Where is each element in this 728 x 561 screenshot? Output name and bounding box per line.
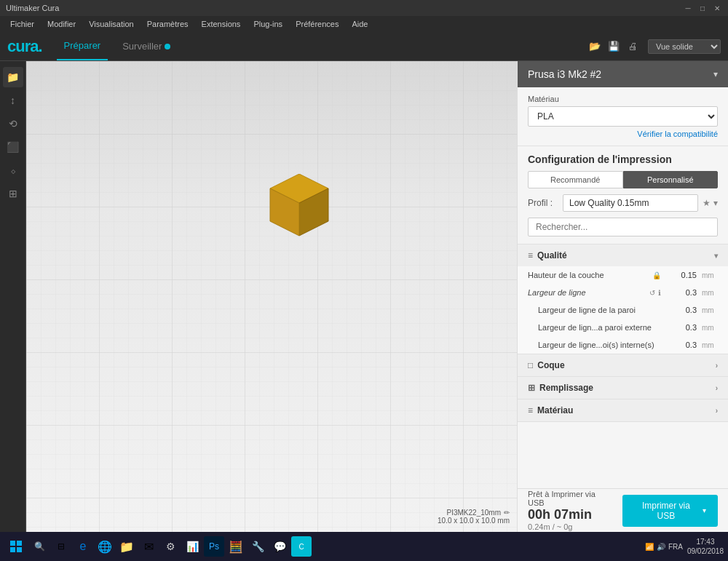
menu-modifier[interactable]: Modifier (41, 18, 82, 30)
print-panel: Prêt à Imprimer via USB 00h 07min 0.24m … (518, 488, 728, 532)
lock-icon[interactable]: 🔒 (652, 271, 661, 279)
taskbar-chrome[interactable]: 🌐 (95, 536, 115, 557)
tray-icon-sound[interactable]: 🔊 (657, 543, 665, 551)
print-ready-label: Prêt à Imprimer via USB (528, 490, 609, 507)
taskbar-app5[interactable]: C (291, 536, 312, 557)
profile-row: Profil : Low Quality 0.15mm Standard Qua… (528, 194, 718, 212)
taskbar-app2[interactable]: 📊 (182, 536, 202, 557)
tab-surveiller[interactable]: Surveiller (115, 32, 178, 60)
right-panel: Prusa i3 Mk2 #2 ▾ Matériau PLA ABS PETG … (517, 61, 728, 532)
tool-open[interactable]: 📁 (3, 67, 23, 87)
titlebar: Ultimaker Cura ─ □ ✕ (0, 0, 728, 16)
icon-print[interactable]: 🖨 (625, 39, 641, 55)
menu-fichier[interactable]: Fichier (4, 18, 40, 30)
svg-rect-1 (26, 61, 517, 532)
menu-extensions[interactable]: Extensions (196, 18, 247, 30)
print-details: 0.24m / ~ 0g (528, 522, 612, 531)
value-hauteur-couche[interactable] (664, 269, 700, 281)
taskbar-mail[interactable]: ✉ (138, 536, 159, 557)
btn-recommended[interactable]: Recommandé (528, 171, 623, 188)
viewport[interactable]: PI3MK22_10mm ✏ 10.0 x 10.0 x 10.0 mm (26, 61, 517, 532)
main-toolbar: cura. Préparer Surveiller 📂 💾 🖨 Vue soli… (0, 32, 728, 61)
profile-star-icon[interactable]: ★ (703, 198, 711, 208)
remplissage-label: Remplissage (539, 383, 593, 393)
print-button[interactable]: Imprimer via USB ▾ (622, 495, 718, 527)
print-time: 00h 07min (528, 507, 612, 522)
remplissage-icon: ⊞ (528, 383, 535, 393)
config-section: Configuration de l'impression Recommandé… (518, 146, 728, 244)
model-name: PI3MK22_10mm (447, 509, 501, 517)
value-paroi-externe[interactable] (664, 322, 700, 333)
close-button[interactable]: ✕ (712, 3, 722, 13)
taskbar: 🔍 ⊟ e 🌐 📁 ✉ ⚙ 📊 Ps 🧮 🔧 💬 C 📶 🔊 FRA 17:43… (0, 532, 728, 561)
minimize-button[interactable]: ─ (683, 3, 693, 13)
value-largeur-ligne[interactable] (664, 287, 700, 298)
tool-rotate[interactable]: ⟲ (3, 114, 23, 134)
taskbar-clock[interactable]: 17:43 09/02/2018 (687, 537, 724, 556)
verify-link[interactable]: Vérifier la compatibilité (528, 130, 718, 138)
maximize-button[interactable]: □ (697, 3, 708, 13)
row-paroi-interne: Largeur de ligne...oi(s) interne(s) mm (518, 336, 728, 354)
print-btn-label: Imprimer via USB (634, 501, 698, 521)
profile-chevron-icon[interactable]: ▾ (713, 198, 718, 208)
tool-settings[interactable]: ⊞ (3, 183, 23, 204)
materiau-icon: ≡ (528, 405, 533, 415)
icon-open-folder[interactable]: 📂 (587, 39, 603, 55)
section-materiau-header[interactable]: ≡ Matériau › (518, 399, 728, 421)
qualite-icon: ≡ (528, 250, 533, 260)
edit-icon[interactable]: ✏ (504, 509, 510, 517)
taskbar-calc[interactable]: 🧮 (226, 536, 246, 557)
tray-icon-network[interactable]: 📶 (645, 543, 654, 551)
menu-preferences[interactable]: Préférences (290, 18, 344, 30)
menu-parametres[interactable]: Paramètres (141, 18, 194, 30)
materiau-label: Matériau (537, 405, 573, 415)
btn-custom[interactable]: Personnalisé (623, 171, 719, 188)
remplissage-chevron: › (716, 384, 718, 392)
taskbar-ps[interactable]: Ps (204, 536, 224, 557)
svg-rect-7 (10, 547, 15, 552)
section-materiau: ≡ Matériau › (518, 399, 728, 422)
tool-scale[interactable]: ⬛ (3, 137, 23, 157)
menubar: Fichier Modifier Visualisation Paramètre… (0, 16, 728, 32)
taskbar-app4[interactable]: 💬 (269, 536, 290, 557)
profile-select-wrap: Low Quality 0.15mm Standard Quality 0.2m… (563, 194, 698, 212)
settings-search[interactable] (528, 218, 718, 236)
printer-header[interactable]: Prusa i3 Mk2 #2 ▾ (518, 61, 728, 87)
tool-mirror[interactable]: ⬦ (3, 160, 23, 180)
tool-move[interactable]: ↕ (3, 90, 23, 111)
qualite-label: Qualité (537, 250, 567, 260)
profile-selector[interactable]: Low Quality 0.15mm Standard Quality 0.2m… (563, 194, 698, 212)
icon-save[interactable]: 💾 (606, 39, 622, 55)
taskbar-task-view[interactable]: ⊟ (51, 536, 71, 557)
start-button[interactable] (4, 535, 28, 558)
profile-icons: ★ ▾ (703, 198, 718, 208)
info-icon[interactable]: ℹ (658, 289, 661, 297)
taskbar-app1[interactable]: ⚙ (160, 536, 181, 557)
section-qualite-header[interactable]: ≡ Qualité ▾ (518, 244, 728, 266)
print-info: Prêt à Imprimer via USB 00h 07min 0.24m … (528, 490, 612, 531)
section-coque-header[interactable]: □ Coque › (518, 354, 728, 376)
row-hauteur-couche: Hauteur de la couche 🔒 mm (518, 266, 728, 284)
menu-visualisation[interactable]: Visualisation (83, 18, 140, 30)
view-selector[interactable]: Vue solide Vue filaire Vue rayons X (648, 39, 721, 54)
taskbar-edge[interactable]: e (73, 536, 93, 557)
menu-plugins[interactable]: Plug-ins (248, 18, 288, 30)
taskbar-explorer[interactable]: 📁 (116, 536, 137, 557)
printer-name: Prusa i3 Mk2 #2 (528, 68, 601, 80)
material-label: Matériau (528, 95, 718, 103)
qualite-chevron: ▾ (714, 252, 718, 260)
taskbar-search-button[interactable]: 🔍 (29, 536, 50, 557)
value-paroi-interne[interactable] (664, 339, 700, 351)
profile-label: Profil : (528, 198, 557, 208)
tab-preparer[interactable]: Préparer (57, 32, 108, 60)
coque-label: Coque (537, 360, 564, 370)
value-largeur-paroi[interactable] (664, 304, 700, 316)
menu-aide[interactable]: Aide (346, 18, 373, 30)
reset-icon[interactable]: ↺ (649, 289, 655, 297)
label-paroi-interne: Largeur de ligne...oi(s) interne(s) (538, 341, 664, 349)
model-dimensions: 10.0 x 10.0 x 10.0 mm (438, 517, 510, 525)
taskbar-app3[interactable]: 🔧 (248, 536, 268, 557)
section-remplissage-header[interactable]: ⊞ Remplissage › (518, 377, 728, 399)
material-selector[interactable]: PLA ABS PETG (528, 106, 718, 127)
model-info: PI3MK22_10mm ✏ 10.0 x 10.0 x 10.0 mm (438, 509, 510, 525)
